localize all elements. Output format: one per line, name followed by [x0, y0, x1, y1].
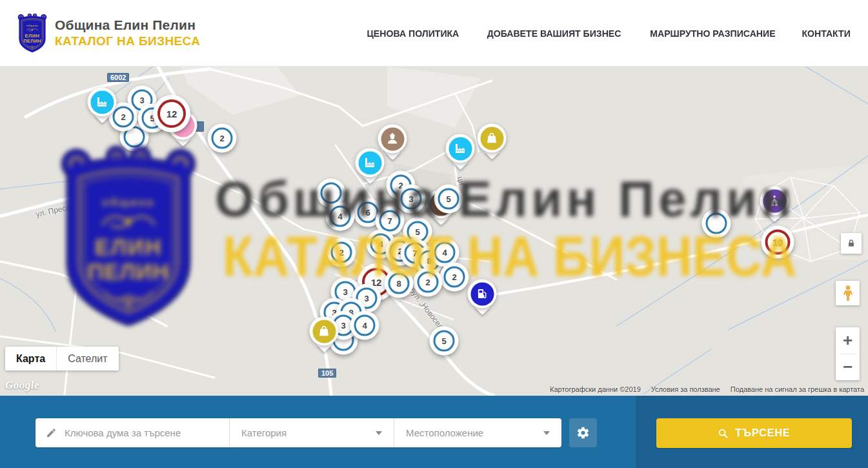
attribution-text: Картографски данни ©2019	[550, 385, 641, 393]
map-pin-church[interactable]	[760, 187, 789, 216]
search-button[interactable]: ТЪРСЕНЕ	[656, 418, 852, 448]
factory-icon	[449, 137, 472, 160]
worker-icon	[381, 127, 404, 150]
cluster-count: 10	[765, 230, 791, 255]
page: общинаЕЛИНПЕЛИН Община Елин Пелин КАТАЛО…	[0, 0, 868, 468]
cluster-count: 2	[444, 267, 465, 288]
municipality-emblem-icon: общинаЕЛИНПЕЛИН	[16, 12, 48, 54]
factory-icon	[90, 90, 114, 114]
map-pin-factory[interactable]	[446, 134, 475, 163]
cluster-count: 5	[438, 188, 459, 210]
attribution-link[interactable]: Условия за ползване	[651, 385, 720, 393]
cluster-count	[706, 213, 727, 234]
lock-icon	[846, 238, 856, 249]
map-cluster-marker[interactable]: 4	[326, 202, 355, 231]
nav-item[interactable]: ДОБАВЕТЕ ВАШИЯТ БИЗНЕС	[487, 28, 621, 39]
cluster-count: 2	[418, 272, 439, 293]
map-attribution: Картографски данни ©2019Условия за ползв…	[550, 385, 864, 393]
category-placeholder: Категория	[241, 427, 287, 438]
zoom-control: + −	[836, 327, 860, 380]
road-number-badge: 105	[318, 369, 336, 378]
cluster-count	[321, 183, 342, 204]
church-icon	[763, 189, 786, 212]
map-pin-bag[interactable]	[478, 124, 507, 153]
attribution-link[interactable]: Подаване на сигнал за грешка в картата	[731, 385, 864, 393]
chevron-down-icon	[376, 431, 382, 435]
road-number-badge: 6002	[107, 73, 129, 82]
header: общинаЕЛИНПЕЛИН Община Елин Пелин КАТАЛО…	[0, 0, 868, 66]
fuel-icon	[470, 282, 494, 305]
map-type-map-button[interactable]: Карта	[5, 347, 56, 371]
cluster-count: 3	[401, 188, 422, 210]
keyword-input[interactable]	[65, 427, 221, 438]
main-nav: ЦЕНОВА ПОЛИТИКАДОБАВЕТЕ ВАШИЯТ БИЗНЕСМАР…	[364, 0, 852, 66]
svg-text:ПЕЛИН: ПЕЛИН	[23, 38, 41, 44]
map-cluster-marker[interactable]: 5	[434, 185, 463, 214]
nav-item[interactable]: МАРШРУТНО РАЗПИСАНИЕ	[650, 28, 775, 39]
search-icon	[718, 428, 729, 439]
map-cluster-marker[interactable]: 5	[430, 327, 459, 356]
map-cluster-marker[interactable]: 2	[440, 263, 469, 292]
gear-icon	[576, 426, 590, 440]
advanced-settings-button[interactable]	[569, 418, 597, 447]
location-placeholder: Местоположение	[406, 427, 483, 438]
category-select[interactable]: Категория	[229, 418, 394, 447]
lock-button[interactable]	[841, 233, 862, 254]
cluster-count: 12	[157, 99, 186, 128]
map-cluster-marker[interactable]: 3	[397, 185, 426, 214]
map-cluster-marker[interactable]: 8	[385, 269, 414, 298]
map-cluster-marker[interactable]: 2	[208, 124, 237, 153]
map-cluster-marker[interactable]: 12	[153, 95, 190, 132]
nav-item[interactable]: ЦЕНОВА ПОЛИТИКА	[367, 28, 459, 39]
map-cluster-marker[interactable]: 2	[327, 238, 356, 267]
map-pin-worker[interactable]	[378, 125, 407, 154]
pegman-icon	[841, 285, 855, 301]
bag-icon	[480, 127, 503, 150]
chevron-down-icon	[543, 431, 550, 435]
search-filters: Категория Местоположение	[35, 418, 561, 447]
search-button-label: ТЪРСЕНЕ	[735, 427, 790, 439]
svg-text:ЕЛИН: ЕЛИН	[25, 33, 40, 39]
keyword-field[interactable]	[35, 418, 229, 447]
site-title: Община Елин Пелин	[55, 17, 200, 33]
map-cluster-marker[interactable]: 2	[414, 268, 443, 297]
zoom-in-button[interactable]: +	[836, 327, 860, 354]
cluster-count: 4	[434, 242, 456, 263]
cluster-count: 8	[389, 273, 410, 294]
cluster-count: 7	[379, 210, 401, 232]
cluster-count: 5	[434, 331, 455, 352]
map-type-satellite-button[interactable]: Сателит	[56, 347, 118, 371]
pencil-icon	[46, 427, 57, 438]
map-pin-factory[interactable]	[88, 88, 117, 117]
map-pin-bag[interactable]	[310, 317, 339, 346]
cluster-count: 2	[331, 242, 352, 263]
bag-icon	[312, 320, 336, 343]
map-cluster-marker[interactable]: 4	[350, 311, 379, 340]
google-logo[interactable]: Google	[5, 379, 39, 392]
cluster-count: 4	[330, 206, 351, 227]
location-select[interactable]: Местоположение	[394, 418, 561, 447]
site-logo[interactable]: общинаЕЛИНПЕЛИН Община Елин Пелин КАТАЛО…	[16, 12, 200, 54]
zoom-out-button[interactable]: −	[836, 354, 860, 381]
map-type-control: Карта Сателит	[5, 347, 119, 371]
map-pin-fuel[interactable]	[468, 280, 497, 309]
cluster-count: 2	[212, 128, 233, 149]
nav-item[interactable]: КОНТАКТИ	[802, 28, 850, 39]
search-bar: Категория Местоположение ТЪРСЕНЕ	[0, 396, 868, 468]
svg-text:община: община	[26, 25, 38, 27]
map-cluster-marker[interactable]	[702, 209, 731, 238]
map-canvas[interactable]: ул. Преславбул. „Новоселци“6002105325122…	[0, 66, 868, 396]
cluster-count: 4	[354, 315, 376, 336]
pegman-button[interactable]	[836, 281, 860, 305]
factory-icon	[358, 151, 381, 174]
site-subtitle: КАТАЛОГ НА БИЗНЕСА	[55, 34, 200, 48]
map-cluster-marker[interactable]: 10	[762, 226, 794, 259]
